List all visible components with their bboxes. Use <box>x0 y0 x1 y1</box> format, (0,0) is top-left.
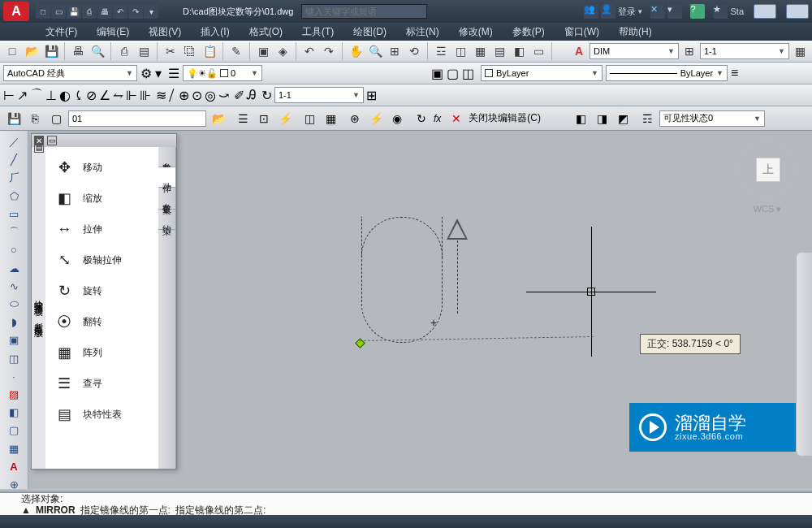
dim-linear-icon[interactable]: ⊢ <box>3 88 15 103</box>
palette-tab-param[interactable]: 参数 <box>158 147 175 167</box>
preview-icon[interactable]: 🔍 <box>89 42 106 60</box>
block-name-input[interactable] <box>68 110 206 127</box>
be-v3-icon[interactable]: ◩ <box>614 110 632 128</box>
be-table-icon[interactable]: ▦ <box>322 110 339 128</box>
copy-icon[interactable]: ⿻ <box>181 42 199 60</box>
star-icon[interactable]: ★ <box>713 4 728 19</box>
qat-saveas-icon[interactable]: ⎙ <box>82 4 97 19</box>
menu-window[interactable]: 窗口(W) <box>555 24 609 41</box>
qat-undo-icon[interactable]: ↶ <box>113 4 127 19</box>
dim-break-icon[interactable]: ⧸ <box>169 88 174 102</box>
dim-base-icon[interactable]: ⊩ <box>126 88 137 103</box>
color-combo[interactable]: ByLayer▼ <box>481 65 603 81</box>
qat-more-icon[interactable]: ▾ <box>144 4 158 19</box>
circle-icon[interactable]: ○ <box>6 242 22 258</box>
menu-tools[interactable]: 工具(T) <box>292 24 343 41</box>
makeblock-icon[interactable]: ◫ <box>6 350 22 366</box>
be-test-icon[interactable]: ▢ <box>47 110 65 128</box>
be-param-icon[interactable]: ⊡ <box>255 110 273 128</box>
minimize-button[interactable] <box>754 4 776 19</box>
rect-icon[interactable]: ▭ <box>6 206 22 222</box>
be-action-icon[interactable]: ⚡ <box>276 110 294 128</box>
qat-save-icon[interactable]: 💾 <box>67 4 81 19</box>
exchange-icon[interactable]: ✕ <box>650 4 665 19</box>
clean-icon[interactable]: ◈ <box>274 42 292 60</box>
layer-combo[interactable]: 💡 ☀ 🔓 0 ▼ <box>183 65 262 81</box>
help-search-input[interactable] <box>301 4 427 19</box>
be-constr-icon[interactable]: ⊛ <box>346 110 364 128</box>
be-bolt-icon[interactable]: ⚡ <box>367 110 385 128</box>
dim-radius-icon[interactable]: ◐ <box>59 88 71 103</box>
insert-icon[interactable]: ▣ <box>6 332 22 348</box>
menu-edit[interactable]: 编辑(E) <box>87 24 139 41</box>
markup-icon[interactable]: ◧ <box>510 42 528 60</box>
account-group[interactable]: 👥 👤 登录 ▾ <box>584 4 642 19</box>
redo-icon[interactable]: ↷ <box>320 42 338 60</box>
create-block-icon[interactable]: ▢ <box>447 66 459 81</box>
close-block-editor-label[interactable]: 关闭块编辑器(C) <box>469 111 541 125</box>
zoom-win-icon[interactable]: ⊞ <box>386 42 404 60</box>
zoom-rt-icon[interactable]: 🔍 <box>366 42 384 60</box>
navigation-bar[interactable] <box>796 253 812 456</box>
palette-item-rotate[interactable]: ↻旋转 <box>45 275 158 306</box>
dim-ord-icon[interactable]: ⊥ <box>45 88 57 103</box>
dimscale-combo[interactable]: 1-1▼ <box>700 43 789 59</box>
hatch-icon[interactable]: ▨ <box>6 387 22 402</box>
be-vis-icon[interactable]: ◉ <box>388 110 406 128</box>
be-auth-icon[interactable]: ☰ <box>234 110 252 128</box>
tablestyle-icon[interactable]: ▦ <box>791 42 809 60</box>
point-icon[interactable]: · <box>6 369 22 384</box>
props-icon[interactable]: ☲ <box>432 42 450 60</box>
publish-icon[interactable]: ⎙ <box>115 42 133 60</box>
command-window[interactable]: 选择对象: ▲ MIRROR 指定镜像线的第一点: 指定镜像线的第二点: <box>0 492 812 515</box>
block-icon[interactable]: ▣ <box>254 42 272 60</box>
edit-block-icon[interactable]: ◫ <box>462 66 474 81</box>
dim-jogln-icon[interactable]: ⤻ <box>218 88 229 103</box>
dim-arc-icon[interactable]: ⌒ <box>30 87 43 104</box>
visibility-combo[interactable]: 可见性状态0▼ <box>659 110 765 127</box>
menu-param[interactable]: 参数(P) <box>503 24 555 41</box>
dim-space-icon[interactable]: ≋ <box>156 88 166 103</box>
dim-ang-icon[interactable]: ∠ <box>99 88 110 103</box>
menu-format[interactable]: 格式(O) <box>240 24 292 41</box>
revcloud-icon[interactable]: ☁ <box>6 260 22 275</box>
app-logo[interactable]: A <box>3 2 29 21</box>
be-v1-icon[interactable]: ◧ <box>572 110 590 128</box>
zoom-prev-icon[interactable]: ⟲ <box>405 42 423 60</box>
textstyle-icon[interactable]: A <box>570 42 588 60</box>
palette-header[interactable]: ✕ ▭ ▤ <box>32 134 176 147</box>
arc-icon[interactable]: ⌒ <box>6 224 22 240</box>
dim-quick-icon[interactable]: ⥊ <box>113 88 123 103</box>
sheetset-icon[interactable]: ▤ <box>490 42 508 60</box>
tpalette-icon[interactable]: ▦ <box>471 42 489 60</box>
cut-icon[interactable]: ✂ <box>162 42 179 60</box>
dim-aligned-icon[interactable]: ↗ <box>17 88 28 103</box>
dim-center-icon[interactable]: ⊙ <box>192 88 202 103</box>
close-editor-x-icon[interactable]: ✕ <box>447 110 465 128</box>
insert-block-icon[interactable]: ▣ <box>431 66 443 81</box>
dim-insp-icon[interactable]: ◎ <box>205 88 216 103</box>
palette-tab-constr[interactable]: 约束 <box>158 210 175 230</box>
new-icon[interactable]: □ <box>3 42 21 60</box>
viewcube-face[interactable]: 上 <box>756 158 780 182</box>
match-icon[interactable]: ✎ <box>227 42 245 60</box>
be-update-icon[interactable]: ↻ <box>412 110 430 128</box>
menu-view[interactable]: 视图(V) <box>139 24 191 41</box>
view-cube[interactable]: 上 WCS ▾ <box>736 141 799 235</box>
be-v4-icon[interactable]: ☶ <box>638 110 656 128</box>
palette-tab-pset[interactable]: 参数集 <box>158 188 175 210</box>
save-icon[interactable]: 💾 <box>42 42 60 60</box>
paste-icon[interactable]: 📋 <box>201 42 218 60</box>
dim-edit-icon[interactable]: ✐ <box>234 88 244 103</box>
palette-item-move[interactable]: ✥移动 <box>45 152 158 183</box>
open-icon[interactable]: 📂 <box>23 42 41 60</box>
plot-icon[interactable]: 🖶 <box>69 42 87 60</box>
spline-icon[interactable]: ∿ <box>6 279 22 294</box>
gradient-icon[interactable]: ◧ <box>6 405 22 420</box>
region-icon[interactable]: ▢ <box>6 422 22 438</box>
palette-item-flip[interactable]: ⦿翻转 <box>45 306 158 337</box>
menu-draw[interactable]: 绘图(D) <box>343 24 396 41</box>
line-icon[interactable]: ／ <box>6 134 22 149</box>
lineweight-icon[interactable]: ≡ <box>731 66 738 80</box>
palette-item-scale[interactable]: ◧缩放 <box>45 183 158 214</box>
